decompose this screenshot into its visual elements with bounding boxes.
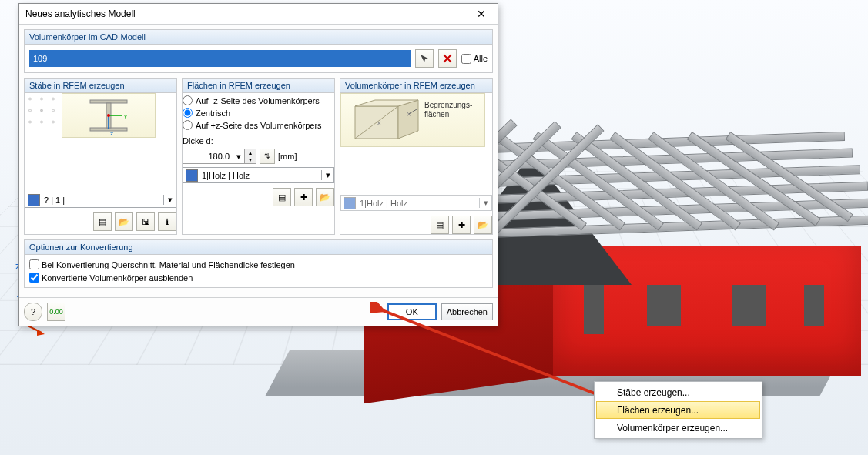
cad-solid-ids-input[interactable] [29,50,411,67]
window [647,285,681,326]
group-header: Volumenkörper in RFEM erzeugen [340,79,492,93]
library-icon[interactable]: ▤ [273,188,291,206]
chevron-down-icon[interactable]: ▾ [163,195,176,205]
cancel-button[interactable]: Abbrechen [441,303,493,320]
chevron-down-icon[interactable]: ▾ [321,170,333,180]
pick-icon[interactable] [415,49,434,68]
units-icon[interactable]: 0.00 [47,303,65,321]
all-checkbox[interactable]: Alle [461,54,488,64]
svg-text:y: y [124,112,127,119]
material-select[interactable]: 1|Holz | Holz ▾ [183,167,334,183]
dialog-title: Neues analytisches Modell [25,8,470,19]
thickness-label: Dicke d: [183,136,334,146]
member-diagram: y z [62,93,156,138]
svg-text:×: × [377,119,381,128]
svg-text:×: × [407,110,411,119]
save-icon[interactable]: 🖫 [136,212,155,231]
step-up-icon[interactable]: ▲ [244,149,256,156]
help-icon[interactable]: ? [24,303,42,321]
svg-marker-15 [398,100,418,139]
window [584,285,604,334]
delete-icon[interactable] [438,49,457,68]
surface-position-radios[interactable]: Auf -z-Seite des Volumenkörpers Zentrisc… [183,95,334,130]
svg-point-13 [107,114,110,117]
svg-text:z: z [110,130,113,137]
menu-item-create-solids[interactable]: Volumenkörper erzeugen... [596,419,760,437]
info-icon[interactable]: ℹ [158,212,176,231]
group-surfaces: Flächen in RFEM erzeugen Auf -z-Seite de… [182,78,335,235]
group-solids: Volumenkörper in RFEM erzeugen × × Begre… [340,78,493,235]
open-icon[interactable]: 📂 [316,188,334,206]
svg-rect-6 [90,100,127,103]
opt-define-on-convert[interactable]: Bei Konvertierung Querschnitt, Material … [29,259,488,269]
thickness-unit: [mm] [278,152,297,161]
context-menu: Stäbe erzeugen... Flächen erzeugen... Vo… [594,381,762,439]
member-position-grid[interactable] [25,93,57,144]
library-icon[interactable]: ▤ [93,212,112,231]
group-header: Optionen zur Konvertierung [25,240,492,255]
step-toggle-icon[interactable]: ⇅ [260,149,275,164]
open-icon[interactable]: 📂 [474,216,492,234]
opt-hide-converted[interactable]: Konvertierte Volumenkörper ausblenden [29,273,488,283]
ok-button[interactable]: OK [387,303,437,320]
svg-text:flächen: flächen [424,110,449,119]
diagram-label: Begrenzungs- [424,101,472,109]
new-icon[interactable]: ✚ [452,216,471,234]
material-value: 1|Holz | Holz [358,199,479,208]
dialog-footer: ? 0.00 OK Abbrechen [19,297,498,326]
new-icon[interactable]: ✚ [294,188,313,206]
opt-centric: Zentrisch [196,109,230,118]
new-analytical-model-dialog: Neues analytisches Modell ✕ Volumenkörpe… [18,3,498,326]
opt-minus-z: Auf -z-Seite des Volumenkörpers [196,96,320,105]
thickness-spinner[interactable]: ▾ ▲▼ [183,149,256,164]
solid-diagram: × × Begrenzungs- flächen [340,93,485,147]
material-select[interactable]: 1|Holz | Holz ▾ [340,195,492,211]
group-conversion-options: Optionen zur Konvertierung Bei Konvertie… [24,239,493,288]
open-icon[interactable]: 📂 [115,212,133,231]
svg-marker-5 [37,330,45,336]
library-icon[interactable]: ▤ [431,216,449,234]
group-cad-solids: Volumenkörper im CAD-Modell Alle [24,29,493,73]
section-select[interactable]: ? | 1 | ▾ [25,192,176,208]
opt-plus-z: Auf +z-Seite des Volumenkörpers [196,121,322,130]
chevron-down-icon[interactable]: ▾ [233,149,244,163]
menu-item-create-surfaces[interactable]: Flächen erzeugen... [596,401,760,419]
chevron-down-icon[interactable]: ▾ [479,198,491,208]
all-label: Alle [474,54,488,63]
section-value: ? | 1 | [42,196,163,205]
dialog-titlebar[interactable]: Neues analytisches Modell ✕ [19,4,498,25]
window [804,285,824,326]
material-value: 1|Holz | Holz [200,171,321,180]
close-icon[interactable]: ✕ [470,6,493,22]
window [732,285,766,326]
group-members: Stäbe in RFEM erzeugen [24,78,177,235]
thickness-input[interactable] [183,149,233,163]
group-header: Flächen in RFEM erzeugen [183,79,334,93]
group-header: Volumenkörper im CAD-Modell [25,30,492,45]
menu-item-create-members[interactable]: Stäbe erzeugen... [596,383,760,401]
group-header: Stäbe in RFEM erzeugen [25,79,176,93]
step-down-icon[interactable]: ▼ [244,156,256,163]
